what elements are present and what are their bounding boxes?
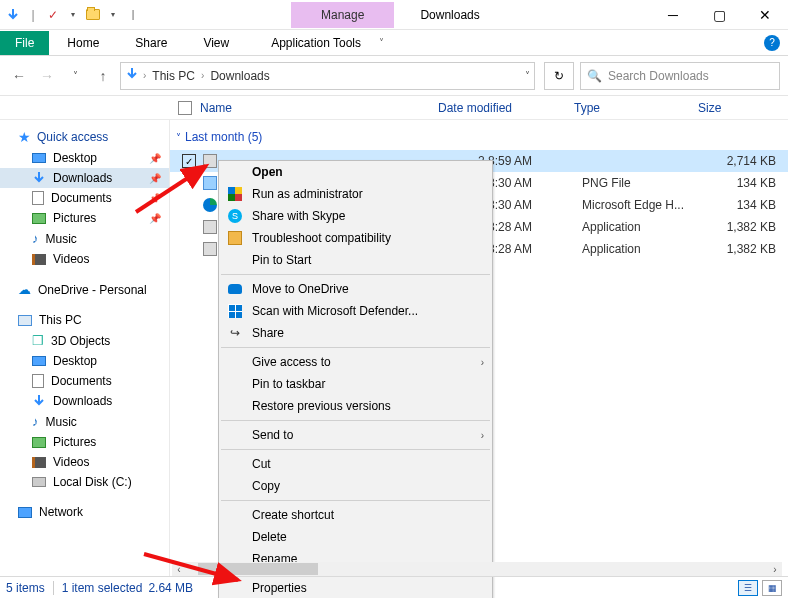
search-input[interactable]: 🔍 Search Downloads (580, 62, 780, 90)
recent-dropdown[interactable]: ˅ (64, 65, 86, 87)
qat-dropdown-icon[interactable]: ▾ (64, 6, 82, 24)
ctx-run-admin[interactable]: Run as administrator (219, 183, 492, 205)
ctx-share[interactable]: ↪Share (219, 322, 492, 344)
up-button[interactable]: ↑ (92, 65, 114, 87)
sidebar-item-downloads[interactable]: Downloads📌 (0, 168, 169, 188)
close-button[interactable]: ✕ (742, 0, 788, 30)
sidebar-quick-access[interactable]: ★Quick access (0, 126, 169, 148)
refresh-button[interactable]: ↻ (544, 62, 574, 90)
ctx-restore[interactable]: Restore previous versions (219, 395, 492, 417)
sidebar-item-label: Desktop (53, 354, 97, 368)
breadcrumb-downloads[interactable]: Downloads (208, 69, 271, 83)
chevron-right-icon: › (481, 430, 484, 441)
large-icons-view-icon[interactable]: ▦ (762, 580, 782, 596)
maximize-button[interactable]: ▢ (696, 0, 742, 30)
ctx-label: Scan with Microsoft Defender... (252, 304, 418, 318)
sidebar-item-localdisk[interactable]: Local Disk (C:) (0, 472, 169, 492)
col-type[interactable]: Type (574, 101, 698, 115)
sidebar-item-label: Desktop (53, 151, 97, 165)
chevron-right-icon[interactable]: › (201, 70, 204, 81)
details-view-icon[interactable]: ☰ (738, 580, 758, 596)
minimize-button[interactable]: ─ (650, 0, 696, 30)
sidebar-item-documents2[interactable]: Documents (0, 371, 169, 391)
folder-icon (84, 6, 102, 24)
sidebar-item-3dobjects[interactable]: ❒3D Objects (0, 330, 169, 351)
col-size[interactable]: Size (698, 101, 758, 115)
address-dropdown-icon[interactable]: ˅ (525, 70, 530, 81)
sidebar-item-downloads2[interactable]: Downloads (0, 391, 169, 411)
cell-type: Application (582, 220, 702, 234)
sidebar-item-videos[interactable]: Videos (0, 249, 169, 269)
ctx-label: Run as administrator (252, 187, 363, 201)
home-tab[interactable]: Home (49, 31, 117, 55)
horizontal-scrollbar[interactable]: ‹ › (172, 562, 782, 576)
breadcrumb-thispc[interactable]: This PC (150, 69, 197, 83)
ctx-label: Send to (252, 428, 293, 442)
column-headers: Name Date modified Type Size (0, 96, 788, 120)
sidebar-item-desktop2[interactable]: Desktop (0, 351, 169, 371)
cell-date: 2 8:59 AM (478, 154, 613, 168)
sidebar-item-thispc[interactable]: This PC (0, 310, 169, 330)
back-button[interactable]: ← (8, 65, 30, 87)
ctx-skype[interactable]: SShare with Skype (219, 205, 492, 227)
sidebar-item-label: Downloads (53, 171, 112, 185)
sidebar-item-videos2[interactable]: Videos (0, 452, 169, 472)
file-tab[interactable]: File (0, 31, 49, 55)
scroll-thumb[interactable] (198, 563, 318, 575)
context-menu: Open Run as administrator SShare with Sk… (218, 160, 493, 598)
sidebar-item-music[interactable]: ♪Music (0, 228, 169, 249)
videos-icon (32, 254, 46, 265)
address-bar[interactable]: › This PC › Downloads ˅ (120, 62, 535, 90)
sidebar-item-label: OneDrive - Personal (38, 283, 147, 297)
ctx-cut[interactable]: Cut (219, 453, 492, 475)
sidebar-item-pictures2[interactable]: Pictures (0, 432, 169, 452)
ctx-delete[interactable]: Delete (219, 526, 492, 548)
scroll-left-icon[interactable]: ‹ (172, 562, 186, 576)
share-tab[interactable]: Share (117, 31, 185, 55)
ctx-create-shortcut[interactable]: Create shortcut (219, 504, 492, 526)
scroll-right-icon[interactable]: › (768, 562, 782, 576)
ctx-onedrive[interactable]: Move to OneDrive (219, 278, 492, 300)
chevron-right-icon[interactable]: › (143, 70, 146, 81)
col-name[interactable]: Name (200, 101, 438, 115)
desktop-icon (32, 356, 46, 366)
col-date[interactable]: Date modified (438, 101, 574, 115)
sidebar-item-documents[interactable]: Documents📌 (0, 188, 169, 208)
sidebar-item-label: Music (46, 415, 77, 429)
help-icon[interactable]: ? (764, 35, 780, 51)
sidebar-item-label: Documents (51, 191, 112, 205)
view-tab[interactable]: View (185, 31, 247, 55)
sidebar-item-music2[interactable]: ♪Music (0, 411, 169, 432)
row-checkbox[interactable]: ✓ (182, 154, 196, 168)
ctx-copy[interactable]: Copy (219, 475, 492, 497)
ribbon-collapse-icon[interactable]: ˅ (379, 37, 384, 48)
ctx-send-to[interactable]: Send to› (219, 424, 492, 446)
status-bar: 5 items 1 item selected 2.64 MB ☰ ▦ (0, 576, 788, 598)
ctx-label: Delete (252, 530, 287, 544)
select-all-checkbox[interactable] (178, 101, 192, 115)
ctx-give-access[interactable]: Give access to› (219, 351, 492, 373)
qat-check-icon[interactable]: ✓ (44, 6, 62, 24)
sidebar-item-network[interactable]: Network (0, 502, 169, 522)
sidebar-item-onedrive[interactable]: ☁OneDrive - Personal (0, 279, 169, 300)
forward-button[interactable]: → (36, 65, 58, 87)
ctx-label: Copy (252, 479, 280, 493)
ribbon: File Home Share View Application Tools ˅… (0, 30, 788, 56)
qat-overflow-icon[interactable]: ▾ (104, 6, 122, 24)
chevron-down-icon: ˅ (176, 132, 181, 143)
ctx-pin-start[interactable]: Pin to Start (219, 249, 492, 271)
context-tab-manage[interactable]: Manage (291, 2, 394, 28)
application-tools-tab[interactable]: Application Tools (253, 31, 379, 55)
ctx-label: Move to OneDrive (252, 282, 349, 296)
onedrive-icon (227, 281, 243, 297)
sidebar-item-pictures[interactable]: Pictures📌 (0, 208, 169, 228)
thispc-icon (18, 315, 32, 326)
sidebar-item-desktop[interactable]: Desktop📌 (0, 148, 169, 168)
ctx-open[interactable]: Open (219, 161, 492, 183)
ctx-defender[interactable]: Scan with Microsoft Defender... (219, 300, 492, 322)
sidebar-item-label: Music (46, 232, 77, 246)
separator (221, 420, 490, 421)
group-header[interactable]: ˅Last month (5) (176, 130, 788, 144)
ctx-troubleshoot[interactable]: Troubleshoot compatibility (219, 227, 492, 249)
ctx-pin-taskbar[interactable]: Pin to taskbar (219, 373, 492, 395)
